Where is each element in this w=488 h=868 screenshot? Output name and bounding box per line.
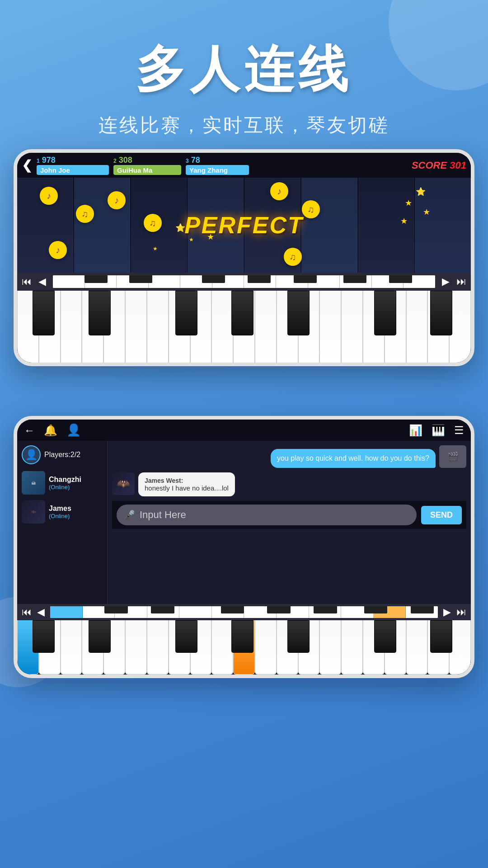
white-key[interactable] <box>363 620 385 675</box>
white-key[interactable] <box>190 291 212 365</box>
chat-rewind-button[interactable]: ⏮ <box>22 606 32 618</box>
changzhi-avatar: 🏔 <box>22 471 45 495</box>
star-3: ★ <box>423 207 430 217</box>
white-key[interactable] <box>449 291 471 365</box>
music-note-3: ♪ <box>108 191 126 209</box>
white-key[interactable] <box>103 291 125 365</box>
music-note-7: ♪ <box>49 241 67 259</box>
chat-messages: you play so quick and well. how do you d… <box>108 441 471 604</box>
white-key[interactable] <box>39 291 61 365</box>
white-key[interactable] <box>17 291 39 365</box>
white-key[interactable] <box>255 291 277 365</box>
white-key[interactable] <box>341 620 363 675</box>
james-name: James <box>49 505 71 513</box>
player1-name: John Joe <box>37 165 109 175</box>
white-key[interactable] <box>363 291 385 365</box>
chat-back-button[interactable]: ◀ <box>37 606 45 618</box>
player3-score: 3 78 Yang Zhang <box>186 156 249 175</box>
white-key[interactable] <box>211 620 233 675</box>
piano-icon[interactable]: 🎹 <box>432 424 445 437</box>
music-note-8: ♫ <box>284 248 302 266</box>
player-james: 🦇 James (Online) <box>22 500 103 524</box>
white-key-active[interactable] <box>17 620 39 675</box>
input-placeholder: Input Here <box>140 509 186 521</box>
white-key[interactable] <box>319 620 341 675</box>
notification-icon[interactable]: 🔔 <box>44 424 57 437</box>
white-key[interactable] <box>233 291 255 365</box>
white-key[interactable] <box>277 291 298 365</box>
star-1: ★ <box>405 198 412 208</box>
game-screen: ❮ 1 978 John Joe 2 308 GuiHua Ma <box>17 153 471 363</box>
white-key[interactable] <box>427 620 449 675</box>
changzhi-status: (Online) <box>49 484 81 491</box>
player2-score: 2 308 GuiHua Ma <box>113 156 181 175</box>
white-key[interactable] <box>61 620 82 675</box>
menu-icon[interactable]: ☰ <box>454 424 464 437</box>
subtitle: 连线比赛，实时互联，琴友切磋 <box>0 113 488 138</box>
rewind-button[interactable]: ⏮ <box>22 276 32 288</box>
message-row-2: 🦇 James West: honestly I have no idea...… <box>112 472 466 496</box>
play-button[interactable]: ▶ <box>442 276 450 288</box>
chat-play-button[interactable]: ▶ <box>443 606 451 618</box>
star-7: ★ <box>207 232 214 242</box>
white-key[interactable] <box>319 291 341 365</box>
white-key[interactable] <box>298 291 320 365</box>
chart-icon[interactable]: 📊 <box>409 424 422 437</box>
white-key[interactable] <box>82 620 103 675</box>
white-key[interactable] <box>61 291 82 365</box>
send-button[interactable]: SEND <box>421 506 462 524</box>
white-key[interactable] <box>385 291 406 365</box>
white-key[interactable] <box>211 291 233 365</box>
music-note-5: ♪ <box>270 182 288 200</box>
back-button[interactable]: ❮ <box>22 158 32 173</box>
player3-name: Yang Zhang <box>186 165 249 175</box>
white-key[interactable] <box>82 291 103 365</box>
player2-name: GuiHua Ma <box>113 165 181 175</box>
chat-body: 👤 Players:2/2 🏔 Changzhi (Online) <box>17 441 471 604</box>
james-msg-avatar: 🦇 <box>112 472 135 495</box>
white-key[interactable] <box>255 620 277 675</box>
white-key[interactable] <box>169 291 190 365</box>
back-icon[interactable]: ← <box>24 424 35 437</box>
main-title: 多人连线 <box>0 36 488 104</box>
star-6: ★ <box>189 236 194 243</box>
white-key[interactable] <box>103 620 125 675</box>
total-score: SCORE 301 <box>412 160 466 171</box>
players-header: 👤 Players:2/2 <box>22 445 103 464</box>
mic-icon: 🎤 <box>124 509 135 520</box>
message-bubble-1: you play so quick and well. how do you d… <box>271 449 436 468</box>
white-key[interactable] <box>125 620 147 675</box>
music-note-2: ♫ <box>76 205 94 223</box>
star-2: ⭐ <box>416 187 426 197</box>
chat-forward-button[interactable]: ⏭ <box>456 606 466 618</box>
white-key[interactable] <box>406 620 428 675</box>
white-key[interactable] <box>125 291 147 365</box>
white-key-active-orange[interactable] <box>233 620 255 675</box>
white-key[interactable] <box>298 620 320 675</box>
white-key[interactable] <box>169 620 190 675</box>
white-key[interactable] <box>190 620 212 675</box>
white-key[interactable] <box>147 620 169 675</box>
white-key[interactable] <box>39 620 61 675</box>
phone2-mockup: ← 🔔 👤 📊 🎹 ☰ 👤 Players:2/2 <box>14 416 474 678</box>
header-section: 多人连线 连线比赛，实时互联，琴友切磋 <box>0 0 488 156</box>
piano-keyboard-1[interactable]: C5 <box>17 291 471 365</box>
chat-input-row[interactable]: 🎤 Input Here SEND <box>112 501 466 529</box>
message-text-2: honestly I have no idea....lol <box>145 484 229 492</box>
piano-controls-bar: ⏮ ◀ <box>17 273 471 291</box>
forward-button[interactable]: ⏭ <box>456 276 466 288</box>
white-key[interactable] <box>341 291 363 365</box>
white-key[interactable] <box>449 620 471 675</box>
player1-score: 1 978 John Joe <box>37 156 109 175</box>
back-button-ctrl[interactable]: ◀ <box>38 276 46 288</box>
music-note-4: ♫ <box>144 214 162 232</box>
white-key[interactable] <box>406 291 428 365</box>
white-key[interactable] <box>385 620 406 675</box>
chat-input-field[interactable]: 🎤 Input Here <box>117 505 417 525</box>
user-icon-active[interactable]: 👤 <box>66 423 81 437</box>
white-key[interactable] <box>147 291 169 365</box>
chat-topbar: ← 🔔 👤 📊 🎹 ☰ <box>17 420 471 441</box>
chat-piano-keyboard[interactable]: C5 C6 <box>17 620 471 675</box>
white-key[interactable] <box>427 291 449 365</box>
white-key[interactable] <box>277 620 298 675</box>
